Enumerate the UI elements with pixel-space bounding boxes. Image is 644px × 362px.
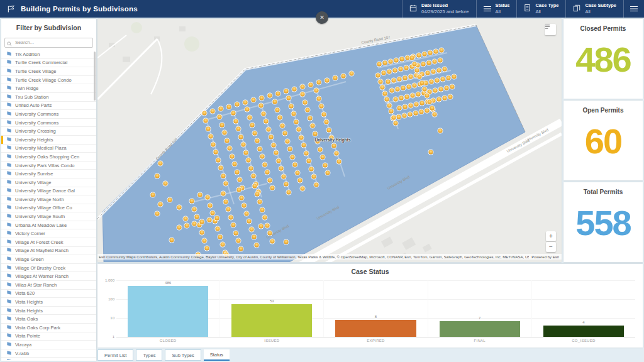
permit-marker [325, 120, 329, 124]
list-item-turtle-creek-commercial[interactable]: Turtle Creek Commercial [1, 59, 96, 68]
list-item-university-medical-plaza[interactable]: University Medical Plaza [1, 145, 96, 153]
list-item-vista-heights[interactable]: Vista Heights [1, 307, 96, 315]
permit-marker [250, 227, 254, 231]
flag-icon [6, 282, 12, 288]
map-widget-button[interactable] [545, 24, 556, 35]
map-panel[interactable]: County Road 107 County Road 107 Universi… [97, 19, 562, 262]
list-item-label: Village At Mayfield Ranch [15, 248, 69, 253]
bar-final[interactable] [440, 321, 520, 337]
header-menu-button[interactable] [623, 0, 644, 18]
bar-issued[interactable] [231, 304, 312, 337]
kpi-value: 558 [564, 206, 643, 241]
list-item-label: Vista Oaks [15, 316, 38, 322]
bar-co-issued[interactable] [543, 326, 624, 337]
list-item-turtle-creek-village[interactable]: Turtle Creek Village [1, 67, 96, 76]
tab-status[interactable]: Status [204, 349, 230, 361]
bar-value: 8 [324, 315, 427, 319]
permit-marker [396, 87, 400, 92]
list-item-university-heights[interactable]: University Heights [1, 136, 96, 145]
list-item-vizcaya[interactable]: Vizcaya [1, 341, 96, 349]
list-item-villages-at-warner-ranch[interactable]: Villages At Warner Ranch [1, 272, 96, 281]
permit-marker [155, 174, 160, 178]
list-item-university-park-villas-condo[interactable]: University Park Villas Condo [1, 162, 96, 170]
flag-icon [6, 256, 12, 263]
list-item-university-village-dance-gal[interactable]: University Village Dance Gal [1, 187, 96, 196]
list-item-victory-corner[interactable]: Victory Corner [1, 229, 96, 238]
list-item-united-auto-parts[interactable]: United Auto Parts [1, 102, 96, 111]
list-item-village-at-mayfield-ranch[interactable]: Village At Mayfield Ranch [1, 247, 96, 256]
permit-marker [234, 231, 238, 235]
filter-date-issued[interactable]: Date Issued 04/29/2025 and before [402, 0, 475, 18]
permit-marker [262, 111, 266, 116]
list-item-university-commons[interactable]: University Commons [1, 110, 96, 119]
permit-marker [428, 51, 433, 55]
list-item-vista-oaks-corp-park[interactable]: Vista Oaks Corp Park [1, 324, 96, 332]
list-item-v-rabb[interactable]: V-rabb [1, 349, 96, 358]
permit-marker [387, 103, 391, 107]
permit-marker [219, 166, 223, 170]
permit-marker [450, 85, 455, 89]
close-button[interactable]: ✕ [316, 11, 328, 24]
list-item-vista-oaks[interactable]: Vista Oaks [1, 315, 96, 324]
list-item-urbana-at-meadow-lake[interactable]: Urbana At Meadow Lake [1, 221, 96, 230]
permit-marker [430, 106, 435, 111]
permit-marker [397, 77, 402, 82]
permit-marker [319, 104, 324, 109]
list-item-label: University Crossing [15, 128, 56, 134]
list-item-university-commons[interactable]: University Commons [1, 119, 96, 128]
list-item-university-village-office-co[interactable]: University Village Office Co [1, 204, 96, 213]
permit-marker [219, 107, 223, 111]
list-item-vista-heights[interactable]: Vista Heights [1, 298, 96, 307]
subdivision-list: Trk Addition Turtle Creek Commercial Tur… [1, 50, 96, 360]
permit-marker [195, 215, 199, 219]
zoom-out-button[interactable]: − [546, 242, 556, 252]
permit-marker [313, 131, 318, 136]
list-item-village-at-forest-creek[interactable]: Village At Forest Creek [1, 238, 96, 247]
bar-value: 4 [532, 321, 635, 324]
tab-permit-list[interactable]: Permit List [97, 349, 133, 361]
filter-case-type[interactable]: Case Type All [516, 0, 565, 18]
bar-slot: 8 EXPIRED [323, 280, 427, 337]
y-axis-tick: 1,000 [105, 278, 114, 282]
list-scrollbar[interactable] [94, 52, 96, 101]
list-item-villas-at-star-ranch[interactable]: Villas At Star Ranch [1, 281, 96, 290]
permit-marker [244, 150, 248, 155]
permit-marker [431, 99, 436, 103]
list-item-twin-ridge[interactable]: Twin Ridge [1, 84, 96, 93]
tab-sub-types[interactable]: Sub Types [165, 349, 201, 361]
search-input[interactable] [4, 38, 93, 48]
permit-marker [221, 192, 226, 196]
zoom-in-button[interactable]: + [546, 231, 556, 241]
list-item-label: University Commons [15, 120, 58, 126]
list-item-txu-sub-station[interactable]: Txu Sub Station [1, 93, 96, 102]
bar-slot: 4 CO_ISSUED [531, 280, 635, 337]
list-item-university-village-north[interactable]: University Village North [1, 195, 96, 204]
list-item-vre-round-rock-ss-llc[interactable]: Vre Round Rock Ss,llc [1, 358, 96, 360]
tab-types[interactable]: Types [136, 349, 162, 361]
list-item-university-village-south[interactable]: University Village South [1, 212, 96, 221]
list-item-university-sunrise[interactable]: University Sunrise [1, 170, 96, 178]
filter-label: Case Subtype [585, 3, 616, 9]
list-item-village-of-brushy-creek[interactable]: Village Of Brushy Creek [1, 264, 96, 273]
list-item-university-village[interactable]: University Village [1, 178, 96, 187]
bar-expired[interactable] [335, 320, 416, 337]
list-item-vista-pointe[interactable]: Vista Pointe [1, 332, 96, 341]
permit-marker [231, 111, 236, 116]
permit-marker [200, 220, 204, 224]
list-item-university-oaks-shopping-cen[interactable]: University Oaks Shopping Cen [1, 153, 96, 162]
list-item-university-crossing[interactable]: University Crossing [1, 127, 96, 136]
permit-marker [276, 91, 280, 96]
flag-icon [6, 111, 12, 118]
list-item-village-green[interactable]: Village Green [1, 255, 96, 264]
kpi-title: Closed Permits [564, 25, 643, 32]
flag-icon [6, 230, 12, 237]
permit-marker [306, 108, 310, 112]
filter-case-subtype[interactable]: Case Subtype All [565, 0, 623, 18]
list-item-vista-620[interactable]: Vista 620 [1, 290, 96, 299]
permit-marker [242, 204, 247, 208]
filter-status[interactable]: Status All [476, 0, 517, 18]
permit-marker [214, 150, 218, 155]
bar-closed[interactable] [128, 286, 208, 337]
list-item-trk-addition[interactable]: Trk Addition [1, 50, 96, 59]
list-item-turtle-creek-village-condo[interactable]: Turtle Creek Village Condo [1, 76, 96, 85]
